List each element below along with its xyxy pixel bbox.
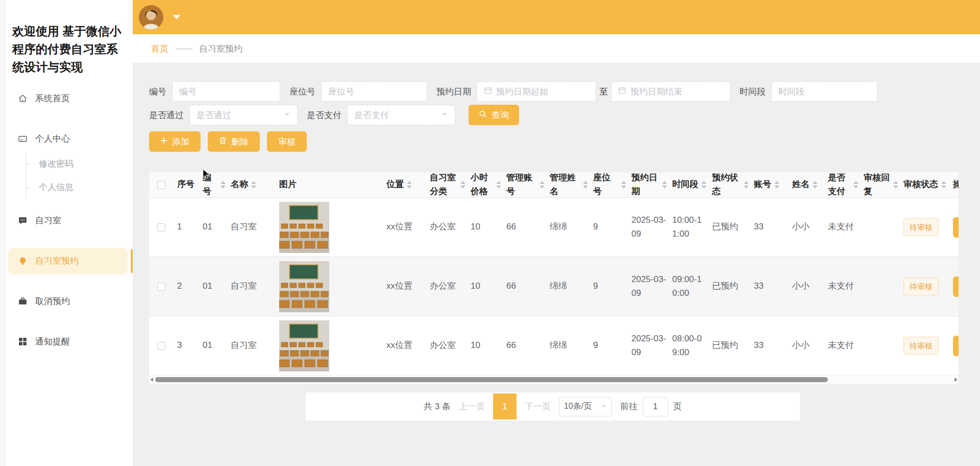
row-action-button[interactable] (953, 217, 959, 238)
add-button-label: 添加 (172, 136, 189, 148)
sort-caret-icon[interactable] (220, 181, 226, 189)
sidebar-menu: 系统首页 个人中心 修改密码 个人信息 自习室 (7, 85, 133, 355)
column-header-bianhao[interactable]: 编号 (198, 172, 226, 197)
column-header-label: 审核回复 (864, 172, 890, 197)
plus-icon (160, 136, 167, 147)
breadcrumb-separator: —— (176, 43, 192, 54)
cell-shenhezhuangtai: 待审核 (898, 198, 948, 257)
column-header-weizhi[interactable]: 位置 (381, 172, 425, 197)
sort-caret-icon[interactable] (813, 181, 818, 189)
column-header-yuyueriqi[interactable]: 预约日期 (626, 172, 667, 197)
column-header-guanlixingming[interactable]: 管理姓名 (545, 172, 588, 197)
sort-caret-icon[interactable] (853, 181, 859, 189)
scroll-left-arrow-icon[interactable] (150, 378, 153, 382)
sort-caret-icon[interactable] (621, 181, 626, 189)
column-header-xiaoshijiage[interactable]: 小时价格 (465, 172, 501, 197)
row-action-button[interactable] (953, 336, 959, 356)
page-size-select[interactable]: 10条/页 (559, 397, 612, 416)
sort-caret-icon[interactable] (774, 181, 779, 189)
breadcrumb-home[interactable]: 首页 (151, 43, 168, 55)
sort-caret-icon[interactable] (496, 181, 501, 189)
filter-row-1: 编号 编号 座位号 座位号 预约日期 预约日期起始 至 预约日期结束 (149, 81, 980, 102)
column-header-label: 账号 (754, 178, 771, 191)
action-toolbar: 添加 删除 审核 (149, 131, 980, 152)
column-header-shenhehuifu[interactable]: 审核回复 (859, 172, 898, 197)
sidebar-item-personal-info[interactable]: 个人信息 (7, 176, 133, 199)
classroom-thumbnail[interactable] (279, 261, 329, 312)
column-header-guanlizhanghao[interactable]: 管理账号 (501, 172, 545, 197)
cell-xingming: 小小 (787, 198, 823, 257)
cell-shenhehuifu (859, 257, 898, 316)
sidebar-item-study-room[interactable]: 自习室 (8, 207, 128, 234)
next-page-button[interactable]: 下一页 (525, 401, 551, 412)
review-button-label: 审核 (278, 136, 296, 148)
column-header-label: 是否支付 (828, 172, 850, 197)
period-label: 时间段 (740, 86, 766, 98)
sort-caret-icon[interactable] (540, 181, 545, 189)
sidebar-item-study-room-reservation[interactable]: 自习室预约 (8, 248, 128, 274)
column-header-zhanghao[interactable]: 账号 (749, 172, 787, 197)
cell-zuoweihao: 9 (588, 257, 626, 316)
row-checkbox[interactable] (157, 342, 165, 350)
period-input[interactable]: 时间段 (771, 81, 877, 102)
user-dropdown-caret-icon[interactable] (173, 15, 181, 19)
sort-caret-icon[interactable] (701, 181, 706, 189)
sort-caret-icon[interactable] (662, 181, 667, 189)
paid-select[interactable]: 是否支付 (347, 105, 455, 125)
sort-caret-icon[interactable] (744, 181, 749, 189)
chevron-down-icon (441, 110, 448, 120)
column-header-shifouzhifu[interactable]: 是否支付 (823, 172, 859, 197)
horizontal-scrollbar-thumb[interactable] (155, 377, 828, 382)
cell-zixishifenlei: 办公室 (425, 316, 465, 375)
column-header-mingcheng[interactable]: 名称 (226, 172, 274, 197)
cell-checkbox (149, 316, 172, 375)
column-header-label: 序号 (177, 178, 194, 191)
cell-xiaoshijiage: 10 (465, 198, 501, 257)
date-end-input[interactable]: 预约日期结束 (611, 81, 730, 102)
seat-input[interactable]: 座位号 (321, 81, 427, 102)
sidebar-item-label: 个人信息 (39, 181, 74, 193)
review-button[interactable]: 审核 (267, 131, 307, 152)
row-checkbox[interactable] (157, 283, 165, 291)
cell-shifouzhifu: 未支付 (823, 316, 859, 375)
table-body: 101自习室xx位置办公室1066绵绵92025-03-0910:00-11:0… (149, 197, 959, 375)
row-action-button[interactable] (953, 276, 959, 297)
add-button[interactable]: 添加 (149, 131, 201, 152)
sort-caret-icon[interactable] (941, 181, 946, 189)
sort-caret-icon[interactable] (893, 181, 898, 189)
search-button[interactable]: 查询 (469, 105, 519, 125)
sidebar-item-cancel-reservation[interactable]: 取消预约 (8, 288, 128, 315)
date-start-input[interactable]: 预约日期起始 (477, 81, 596, 102)
sidebar-item-notifications[interactable]: 通知提醒 (8, 329, 128, 355)
sidebar-item-personal-center[interactable]: 个人中心 (8, 126, 128, 152)
column-header-yuyuezhuangtai[interactable]: 预约状态 (707, 172, 749, 197)
number-input[interactable]: 编号 (172, 81, 280, 102)
column-header-label: 名称 (231, 178, 248, 191)
scroll-right-arrow-icon[interactable] (954, 378, 958, 382)
sidebar-item-system-home[interactable]: 系统首页 (8, 85, 128, 112)
cell-mingcheng: 自习室 (226, 198, 274, 257)
prev-page-button[interactable]: 上一页 (459, 401, 485, 412)
column-header-shenhezhuangtai[interactable]: 审核状态 (898, 172, 948, 197)
select-all-checkbox[interactable] (157, 181, 165, 189)
sort-caret-icon[interactable] (251, 181, 256, 189)
approved-label: 是否通过 (149, 109, 184, 121)
column-header-shijianduan[interactable]: 时间段 (667, 172, 707, 197)
column-header-xingming[interactable]: 姓名 (787, 172, 823, 197)
approved-select[interactable]: 是否通过 (189, 105, 298, 125)
sidebar-item-label: 取消预约 (35, 295, 70, 307)
page-number-button[interactable]: 1 (493, 393, 517, 420)
goto-page-input[interactable]: 1 (643, 397, 668, 416)
classroom-thumbnail[interactable] (279, 320, 329, 371)
sidebar-item-change-password[interactable]: 修改密码 (7, 152, 133, 176)
cell-shijianduan: 09:00-10:00 (667, 257, 707, 316)
user-avatar[interactable] (139, 5, 163, 30)
classroom-thumbnail[interactable] (279, 202, 329, 253)
column-header-zixishifenlei[interactable]: 自习室分类 (425, 172, 465, 197)
sort-caret-icon[interactable] (407, 181, 412, 189)
column-header-zuoweihao[interactable]: 座位号 (588, 172, 626, 197)
row-checkbox[interactable] (157, 223, 165, 231)
sort-caret-icon[interactable] (460, 181, 465, 189)
sort-caret-icon[interactable] (583, 181, 588, 189)
delete-button[interactable]: 删除 (208, 131, 260, 152)
